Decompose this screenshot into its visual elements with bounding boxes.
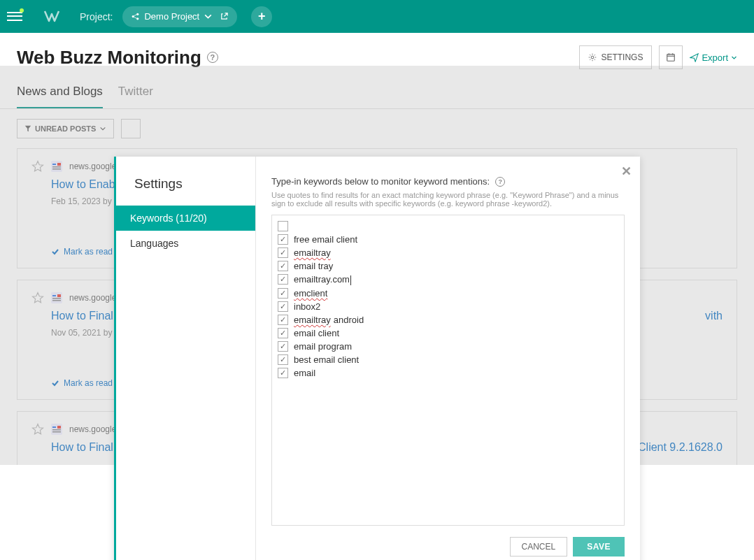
sub-toolbar: UNREAD POSTS: [0, 109, 754, 148]
export-link[interactable]: Export: [690, 52, 737, 63]
keyword-row[interactable]: emailtray android: [278, 313, 618, 326]
keyword-row[interactable]: emailtray: [278, 246, 618, 259]
modal-container: ✕ Settings Keywords (11/20) Languages Ty…: [0, 157, 754, 560]
checkbox[interactable]: [278, 274, 288, 285]
chevron-down-icon: [99, 125, 106, 132]
keyword-row-empty[interactable]: [278, 220, 618, 233]
keyword-row[interactable]: email program: [278, 340, 618, 353]
gear-icon: [588, 53, 597, 62]
keyword-text[interactable]: free email client: [294, 234, 357, 245]
add-project-button[interactable]: +: [251, 6, 272, 27]
keywords-label: Type-in keywords below to monitor keywor…: [271, 176, 490, 187]
modal-footer: CANCEL SAVE: [271, 526, 625, 557]
checkbox[interactable]: [278, 247, 288, 258]
project-chip[interactable]: Demo Project: [122, 6, 237, 27]
keyword-text[interactable]: email program: [294, 341, 352, 352]
svg-line-4: [134, 17, 137, 18]
help-icon[interactable]: ?: [207, 52, 218, 63]
extra-filter-button[interactable]: [121, 119, 141, 138]
svg-line-3: [134, 15, 137, 16]
notification-dot-icon: [20, 8, 24, 13]
keyword-text[interactable]: email tray: [294, 261, 333, 271]
hamburger-menu[interactable]: [7, 9, 22, 24]
tab-news[interactable]: News and Blogs: [17, 85, 103, 108]
close-icon[interactable]: ✕: [621, 164, 632, 179]
keyword-text[interactable]: emailtray: [294, 247, 331, 258]
project-name: Demo Project: [144, 11, 199, 22]
settings-modal: ✕ Settings Keywords (11/20) Languages Ty…: [114, 157, 640, 560]
svg-point-5: [592, 56, 595, 59]
keyword-text[interactable]: emailtray.com: [294, 274, 351, 285]
calendar-button[interactable]: [659, 45, 683, 69]
modal-main: Type-in keywords below to monitor keywor…: [256, 157, 640, 560]
keyword-text[interactable]: emailtray: [294, 315, 331, 325]
keyword-text[interactable]: android: [334, 315, 364, 325]
chevron-down-icon: [731, 55, 737, 61]
keyword-row[interactable]: email: [278, 366, 618, 380]
page-title: Web Buzz Monitoring: [17, 47, 201, 69]
checkbox[interactable]: [278, 341, 288, 352]
keywords-input-box[interactable]: free email clientemailtrayemail trayemai…: [271, 215, 625, 526]
funnel-icon: [24, 125, 31, 132]
checkbox[interactable]: [278, 368, 288, 378]
svg-rect-6: [667, 55, 675, 62]
checkbox[interactable]: [278, 234, 288, 245]
settings-button[interactable]: SETTINGS: [579, 45, 652, 69]
sidebar-item-languages[interactable]: Languages: [116, 231, 255, 256]
project-label: Project:: [80, 11, 113, 22]
keyword-text[interactable]: email: [294, 368, 315, 378]
svg-point-1: [137, 13, 139, 15]
checkbox[interactable]: [278, 328, 288, 338]
modal-sidebar: Settings Keywords (11/20) Languages: [116, 157, 256, 560]
keyword-row[interactable]: emailtray.com: [278, 273, 618, 287]
keyword-text[interactable]: inbox2: [294, 301, 320, 312]
keyword-text[interactable]: email client: [294, 328, 339, 338]
topbar: Project: Demo Project +: [0, 0, 754, 33]
share-icon: [131, 12, 140, 21]
keyword-row[interactable]: free email client: [278, 233, 618, 246]
external-link-icon[interactable]: [220, 12, 229, 21]
sidebar-item-keywords[interactable]: Keywords (11/20): [116, 206, 255, 231]
cancel-button[interactable]: CANCEL: [510, 537, 568, 557]
keyword-row[interactable]: email client: [278, 326, 618, 340]
unread-filter-button[interactable]: UNREAD POSTS: [17, 119, 114, 138]
checkbox[interactable]: [278, 315, 288, 325]
chevron-down-icon: [204, 12, 213, 21]
keyword-text[interactable]: best email client: [294, 354, 359, 365]
modal-sidebar-title: Settings: [116, 176, 255, 206]
checkbox[interactable]: [278, 288, 288, 299]
checkbox[interactable]: [278, 354, 288, 365]
keyword-row[interactable]: best email client: [278, 353, 618, 366]
keyword-row[interactable]: inbox2: [278, 300, 618, 313]
svg-point-2: [137, 17, 139, 20]
tab-twitter[interactable]: Twitter: [118, 85, 153, 108]
save-button[interactable]: SAVE: [573, 537, 625, 557]
checkbox[interactable]: [278, 301, 288, 312]
keyword-row[interactable]: emclient: [278, 287, 618, 300]
tabs: News and Blogs Twitter: [0, 69, 754, 109]
checkbox[interactable]: [278, 261, 288, 271]
page-title-wrap: Web Buzz Monitoring ?: [17, 47, 218, 69]
keyword-row[interactable]: email tray: [278, 259, 618, 273]
keyword-text[interactable]: emclient: [294, 288, 327, 299]
app-logo: [42, 7, 62, 27]
checkbox[interactable]: [278, 221, 288, 231]
header-actions: SETTINGS Export: [579, 45, 737, 69]
content-wrap: Web Buzz Monitoring ? SETTINGS Export Ne…: [0, 33, 754, 465]
keywords-help: Use quotes to find results for an exact …: [271, 191, 625, 208]
help-icon[interactable]: ?: [495, 177, 505, 187]
calendar-icon: [666, 52, 676, 62]
send-icon: [690, 53, 699, 62]
page-header: Web Buzz Monitoring ? SETTINGS Export: [0, 33, 754, 69]
